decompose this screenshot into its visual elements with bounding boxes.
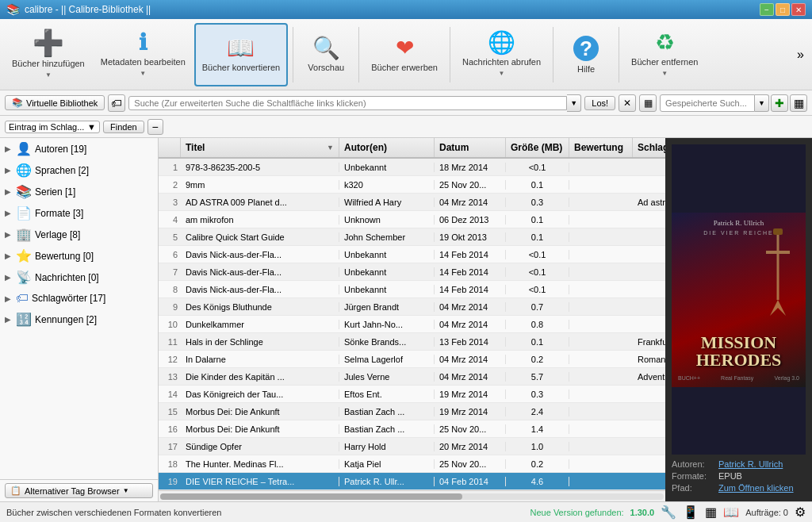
searchbar: 📚 Virtuelle Bibliothek 🏷 ▼ Los! ✕ ▦ ▼ ✚ … (0, 90, 812, 116)
cover-author-link[interactable]: Patrick R. Ullrich (718, 459, 783, 469)
help-button[interactable]: ? Hilfe (558, 23, 614, 86)
cell-title: 9mm (181, 180, 339, 190)
cell-author: Unbekannt (339, 250, 435, 259)
cell-date: 06 Dez 2013 (435, 215, 506, 225)
grid-icon[interactable]: ▦ (705, 505, 717, 520)
table-row[interactable]: 5 Calibre Quick Start Guide John Schembe… (159, 228, 665, 246)
ratings-label: Bewertung [0] (35, 251, 94, 262)
col-title-header[interactable]: Titel ▼ (181, 138, 339, 157)
alt-tag-browser-button[interactable]: 📋 Alternativer Tag Browser ▼ (5, 483, 153, 498)
series-label: Serien [1] (35, 186, 75, 198)
filter-button[interactable]: ▦ (639, 94, 657, 112)
cover-art: Patrick R. Ullrich DIE VIER REICHE MISSI… (672, 213, 806, 387)
saved-search-combo: ▼ (660, 94, 769, 112)
cell-title: Morbus Dei: Die Ankunft (181, 424, 339, 434)
tag-input[interactable]: Eintrag im Schlag... ▼ (5, 121, 100, 133)
more-button[interactable]: » (794, 44, 807, 65)
close-button[interactable]: ✕ (791, 3, 806, 16)
row-num: 14 (159, 390, 181, 399)
col-size-header[interactable]: Größe (MB) (506, 138, 569, 157)
table-row[interactable]: 3 AD ASTRA 009 Planet d... Wilfried A Ha… (159, 194, 665, 211)
toolbar-separator-2 (358, 27, 359, 83)
clear-search-button[interactable]: ✕ (619, 94, 636, 112)
ratings-expand-icon: ▶ (5, 251, 11, 260)
table-row[interactable]: 7 Davis Nick-aus-der-Fla... Unbekannt 14… (159, 263, 665, 281)
sidebar-item-series[interactable]: ▶ 📚 Serien [1] (0, 181, 158, 202)
horizontal-scrollbar[interactable] (159, 490, 665, 501)
sidebar-item-authors[interactable]: ▶ 👤 Autoren [19] (0, 138, 158, 159)
col-tags-header[interactable]: Schlagwörter (633, 138, 665, 157)
toolbar-separator-1 (293, 27, 293, 83)
table-row[interactable]: 19 DIE VIER REICHE – Tetra... Patrick R.… (159, 473, 665, 490)
table-row[interactable]: 2 9mm k320 25 Nov 20... 0.1 (159, 176, 665, 194)
table-row[interactable]: 16 Morbus Dei: Die Ankunft Bastian Zach … (159, 420, 665, 438)
table-row[interactable]: 6 Davis Nick-aus-der-Fla... Unbekannt 14… (159, 246, 665, 263)
news-button[interactable]: 🌐 Nachrichten abrufen ▼ (455, 23, 548, 86)
svg-marker-1 (770, 300, 786, 316)
save-search-button[interactable]: ✚ (771, 94, 788, 112)
col-author-header[interactable]: Autor(en) (339, 138, 435, 157)
table-row[interactable]: 14 Das Königreich der Tau... Eftos Ent. … (159, 386, 665, 403)
cell-size: 0.7 (506, 302, 569, 312)
col-date-header[interactable]: Datum (435, 138, 506, 157)
col-rating-header[interactable]: Bewertung (569, 138, 633, 157)
minimize-button[interactable]: − (760, 3, 774, 16)
table-row[interactable]: 9 Des Königs Bluthunde Jürgen Brandt 04 … (159, 298, 665, 316)
list-body: 1 978-3-86235-200-5 Unbekannt 18 Mrz 201… (159, 159, 665, 490)
search-submit-button[interactable]: Los! (584, 96, 615, 110)
cell-date: 20 Mrz 2014 (435, 442, 506, 451)
metadata-button[interactable]: ℹ Metadaten bearbeiten ▼ (94, 23, 193, 86)
cell-title: 978-3-86235-200-5 (181, 163, 339, 172)
sidebar-item-tags[interactable]: ▶ 🏷 Schlagwörter [17] (0, 288, 158, 309)
book-icon[interactable]: 📖 (723, 505, 739, 520)
table-row[interactable]: 18 The Hunter. Medinas Fl... Katja Piel … (159, 455, 665, 473)
sword-decoration (762, 228, 794, 324)
table-row[interactable]: 15 Morbus Dei: Die Ankunft Bastian Zach … (159, 403, 665, 420)
table-row[interactable]: 11 Hals in der Schlinge Sönke Brands... … (159, 333, 665, 351)
manage-search-button[interactable]: ▦ (790, 94, 807, 112)
saved-search-arrow[interactable]: ▼ (755, 94, 769, 112)
find-button[interactable]: Finden (103, 121, 144, 133)
cell-author: Bastian Zach ... (339, 424, 435, 434)
cell-author: John Schember (339, 232, 435, 242)
table-row[interactable]: 10 Dunkelkammer Kurt Jahn-No... 04 Mrz 2… (159, 316, 665, 333)
cover-path-link[interactable]: Zum Öffnen klicken (718, 483, 794, 493)
maximize-button[interactable]: □ (776, 3, 790, 16)
cell-author: Bastian Zach ... (339, 407, 435, 416)
virtual-library-button[interactable]: 📚 Virtuelle Bibliothek (5, 95, 105, 110)
search-dropdown-arrow[interactable]: ▼ (567, 94, 581, 112)
sidebar-item-news[interactable]: ▶ 📡 Nachrichten [0] (0, 267, 158, 288)
table-row[interactable]: 13 Die Kinder des Kapitän ... Jules Vern… (159, 368, 665, 386)
device-icon[interactable]: 📱 (683, 505, 699, 520)
cell-size: <0.1 (506, 250, 569, 259)
view-button[interactable]: 🔍 Vorschau (298, 23, 354, 86)
sidebar-item-ids[interactable]: ▶ 🔢 Kennungen [2] (0, 309, 158, 330)
remove-button[interactable]: ♻ Bücher entfernen ▼ (624, 23, 705, 86)
cell-title: Hals in der Schlinge (181, 337, 339, 347)
sidebar-item-ratings[interactable]: ▶ ⭐ Bewertung [0] (0, 245, 158, 267)
remove-tag-button[interactable]: − (147, 119, 163, 135)
col-author-label: Autor(en) (344, 142, 387, 153)
cell-date: 19 Mrz 2014 (435, 407, 506, 416)
buy-button[interactable]: ❤ Bücher erwerben (364, 23, 445, 86)
search-input[interactable] (128, 96, 567, 110)
sidebar-item-publishers[interactable]: ▶ 🏢 Verlage [8] (0, 224, 158, 245)
cell-author: Eftos Ent. (339, 390, 435, 399)
cell-date: 19 Okt 2013 (435, 232, 506, 242)
table-row[interactable]: 17 Sündige Opfer Harry Hold 20 Mrz 2014 … (159, 438, 665, 455)
cell-date: 18 Mrz 2014 (435, 163, 506, 172)
table-row[interactable]: 12 In Dalarne Selma Lagerlof 04 Mrz 2014… (159, 351, 665, 368)
add-books-button[interactable]: ➕ Bücher hinzufügen ▼ (5, 23, 92, 86)
table-row[interactable]: 8 Davis Nick-aus-der-Fla... Unbekannt 14… (159, 281, 665, 298)
version-link[interactable]: 1.30.0 (630, 508, 655, 517)
tag-browser-button[interactable]: 🏷 (108, 94, 125, 112)
convert-button[interactable]: 📖 Bücher konvertieren (194, 23, 288, 86)
saved-search-input[interactable] (660, 94, 755, 112)
table-row[interactable]: 1 978-3-86235-200-5 Unbekannt 18 Mrz 201… (159, 159, 665, 176)
scrollbar-track (160, 493, 664, 500)
recycle-icon: ♻ (655, 32, 675, 54)
table-row[interactable]: 4 am mikrofon Unknown 06 Dez 2013 0.1 (159, 211, 665, 228)
sidebar-item-formats[interactable]: ▶ 📄 Formate [3] (0, 202, 158, 224)
sidebar-item-languages[interactable]: ▶ 🌐 Sprachen [2] (0, 159, 158, 181)
update-icon[interactable]: 🔧 (661, 505, 676, 520)
